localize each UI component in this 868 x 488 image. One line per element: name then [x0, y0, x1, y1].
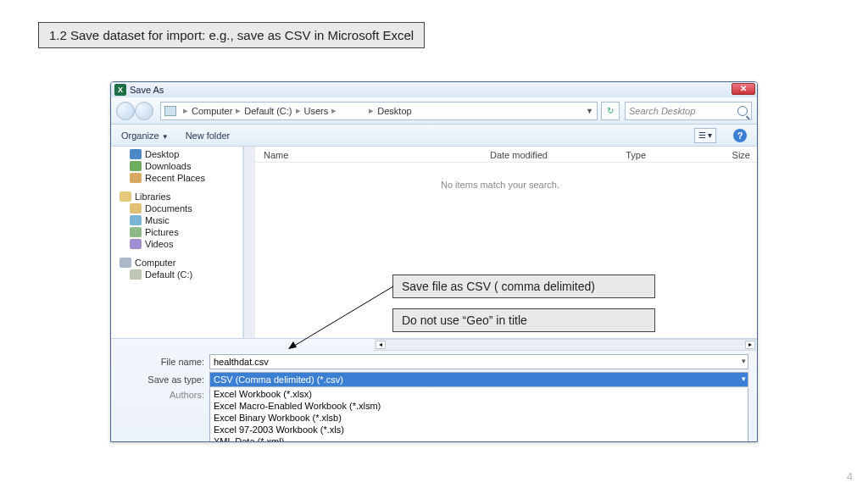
computer-tree-icon [120, 258, 131, 268]
empty-message: No items match your search. [243, 180, 757, 190]
horizontal-scrollbar[interactable]: ◂ ▸ [374, 339, 757, 351]
scroll-left-icon[interactable]: ◂ [376, 341, 386, 349]
page-number: 4 [847, 470, 853, 483]
breadcrumb-computer[interactable]: Computer [192, 106, 232, 116]
window-title: Save As [130, 85, 164, 95]
tree-videos[interactable]: Videos [114, 238, 239, 250]
callout-csv: Save file as CSV ( comma delimited) [392, 274, 655, 298]
save-as-window: X Save As ✕ ▸ Computer ▸ Default (C:) ▸ … [110, 81, 758, 442]
tree-documents[interactable]: Documents [114, 202, 239, 214]
scroll-right-icon[interactable]: ▸ [745, 341, 755, 349]
option-xlsx[interactable]: Excel Workbook (*.xlsx) [210, 388, 748, 400]
save-as-type-select[interactable]: CSV (Comma delimited) (*.csv) ▾ [209, 372, 748, 387]
drive-icon [130, 269, 142, 280]
videos-icon [130, 239, 142, 249]
tree-pictures[interactable]: Pictures [114, 226, 239, 238]
view-menu[interactable]: ☰ ▾ [694, 128, 716, 143]
search-icon [737, 106, 748, 116]
close-button[interactable]: ✕ [732, 83, 755, 95]
chevron-down-icon[interactable]: ▾ [742, 357, 746, 365]
file-name-label: File name: [120, 357, 204, 367]
slide-title: 1.2 Save dataset for import: e.g., save … [38, 22, 425, 48]
toolbar: Organize ▼ New folder ☰ ▾ ? [111, 125, 757, 147]
chevron-down-icon[interactable]: ▾ [742, 374, 746, 383]
tree-scrollbar[interactable] [243, 147, 255, 338]
option-xlsm[interactable]: Excel Macro-Enabled Workbook (*.xlsm) [210, 400, 748, 412]
recent-icon [130, 173, 142, 183]
search-placeholder: Search Desktop [629, 106, 695, 116]
excel-icon: X [114, 84, 126, 96]
downloads-icon [130, 161, 142, 171]
tree-desktop[interactable]: Desktop [114, 148, 239, 160]
forward-button[interactable] [135, 102, 153, 120]
desktop-icon [130, 149, 142, 159]
new-folder-button[interactable]: New folder [186, 130, 231, 141]
breadcrumb[interactable]: ▸ Computer ▸ Default (C:) ▸ Users ▸ ▸ De… [160, 102, 598, 120]
column-size[interactable]: Size [716, 150, 750, 160]
tree-drive[interactable]: Default (C:) [114, 269, 239, 280]
bottom-panel: ◂ ▸ File name: healthdat.csv ▾ Save as t… [111, 338, 757, 442]
column-type[interactable]: Type [626, 150, 716, 160]
documents-icon [130, 203, 142, 214]
address-bar: ▸ Computer ▸ Default (C:) ▸ Users ▸ ▸ De… [111, 97, 757, 125]
authors-label: Authors: [120, 390, 204, 400]
tree-recent[interactable]: Recent Places [114, 172, 239, 184]
save-as-type-dropdown[interactable]: Excel Workbook (*.xlsx) Excel Macro-Enab… [209, 388, 748, 442]
back-button[interactable] [116, 102, 135, 120]
option-xml[interactable]: XML Data (*.xml) [210, 435, 748, 442]
computer-icon [164, 106, 176, 116]
file-name-input[interactable]: healthdat.csv ▾ [209, 354, 748, 369]
tree-music[interactable]: Music [114, 214, 239, 226]
breadcrumb-users[interactable]: Users [304, 106, 329, 116]
option-xls[interactable]: Excel 97-2003 Workbook (*.xls) [210, 424, 748, 435]
libraries-icon [120, 191, 131, 202]
column-date[interactable]: Date modified [490, 150, 626, 160]
column-name[interactable]: Name [264, 150, 490, 160]
tree-libraries[interactable]: Libraries [114, 191, 239, 202]
tree-computer[interactable]: Computer [114, 257, 239, 269]
pictures-icon [130, 227, 142, 237]
help-button[interactable]: ? [733, 129, 747, 142]
tree-downloads[interactable]: Downloads [114, 160, 239, 172]
column-headers[interactable]: Name Date modified Type Size [243, 147, 757, 163]
organize-menu[interactable]: Organize ▼ [121, 130, 169, 141]
search-input[interactable]: Search Desktop [625, 102, 752, 120]
option-xlsb[interactable]: Excel Binary Workbook (*.xlsb) [210, 412, 748, 424]
folder-tree[interactable]: Desktop Downloads Recent Places Librarie… [111, 147, 243, 338]
refresh-button[interactable]: ↻ [601, 102, 620, 120]
titlebar: X Save As ✕ [111, 82, 757, 97]
breadcrumb-desktop[interactable]: Desktop [377, 106, 411, 116]
music-icon [130, 215, 142, 225]
callout-geo: Do not use “Geo” in title [392, 308, 655, 332]
breadcrumb-drive[interactable]: Default (C:) [244, 106, 292, 116]
save-as-type-label: Save as type: [120, 374, 204, 385]
